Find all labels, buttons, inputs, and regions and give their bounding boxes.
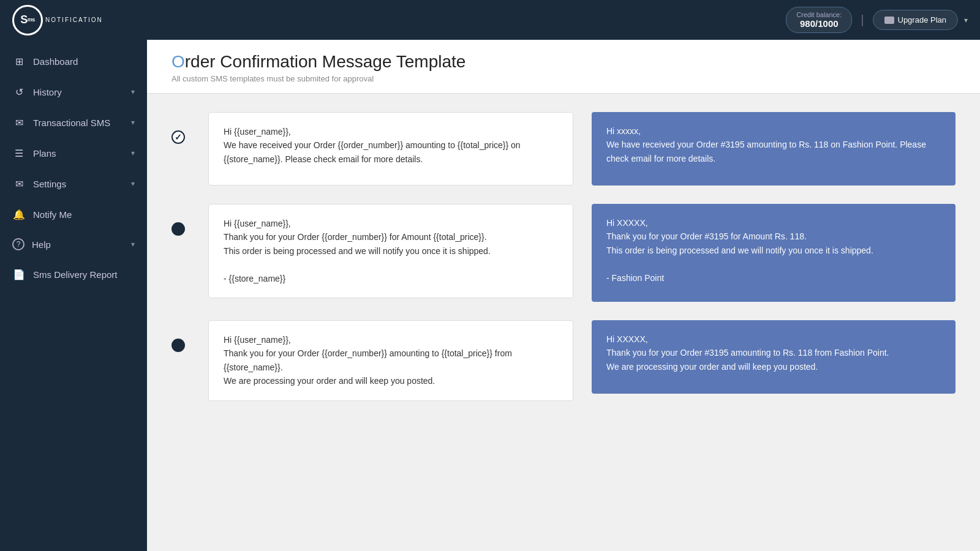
content-header: Order Confirmation Message Template All … (147, 40, 980, 94)
template-row-2: Hi {{user_name}},Thank you for your Orde… (172, 204, 956, 302)
sidebar-item-dashboard[interactable]: ⊞ Dashboard (0, 46, 147, 77)
template-row-1: Hi {{user_name}},We have received your O… (172, 112, 956, 186)
logo-area: Sms NOTIFICATION (12, 5, 103, 36)
radio-col-2 (172, 204, 190, 236)
template-radio-3[interactable] (172, 339, 185, 352)
history-icon: ↺ (12, 85, 26, 99)
page-title-rest: rder Confirmation Message Template (185, 52, 466, 71)
top-header: Sms NOTIFICATION Credit balance: 980/100… (0, 0, 980, 40)
template-text-1: Hi {{user_name}},We have received your O… (224, 127, 521, 164)
sidebar-label-notify-me: Notify Me (33, 209, 72, 220)
sidebar-label-transactional-sms: Transactional SMS (33, 118, 110, 128)
sidebar-label-settings: Settings (33, 179, 66, 189)
template-preview-text-3: Hi XXXXX,Thank you for your Order #3195 … (606, 334, 889, 372)
radio-col-3 (172, 320, 190, 352)
template-preview-text-2: Hi XXXXX,Thank you for your Order #3195 … (606, 218, 873, 283)
sidebar-label-help: Help (32, 239, 51, 250)
templates-container: Hi {{user_name}},We have received your O… (147, 94, 980, 551)
sidebar-item-notify-me[interactable]: 🔔 Notify Me (0, 199, 147, 230)
content-area: Order Confirmation Message Template All … (147, 40, 980, 551)
page-subtitle: All custom SMS templates must be submite… (172, 74, 956, 83)
sidebar-item-settings[interactable]: ✉ Settings ▾ (0, 168, 147, 199)
sidebar-item-transactional-sms[interactable]: ✉ Transactional SMS ▾ (0, 107, 147, 138)
sidebar-item-sms-delivery-report[interactable]: 📄 Sms Delivery Report (0, 259, 147, 290)
logo-text: NOTIFICATION (45, 17, 103, 23)
page-title: Order Confirmation Message Template (172, 52, 956, 72)
template-preview-box-3: Hi XXXXX,Thank you for your Order #3195 … (592, 320, 956, 394)
template-text-2: Hi {{user_name}},Thank you for your Orde… (224, 219, 491, 283)
page-title-first-letter: O (172, 52, 185, 71)
credit-label: Credit balance: (796, 11, 842, 18)
help-icon: ? (12, 238, 24, 250)
header-caret-icon[interactable]: ▾ (964, 16, 968, 24)
credit-amount: 980/1000 (796, 18, 842, 29)
plans-icon: ☰ (12, 146, 26, 160)
template-radio-1[interactable] (172, 130, 185, 144)
transactional-sms-caret-icon: ▾ (131, 118, 135, 127)
template-radio-2[interactable] (172, 222, 185, 236)
card-icon (884, 17, 894, 24)
template-text-box-1[interactable]: Hi {{user_name}},We have received your O… (208, 112, 573, 186)
header-right: Credit balance: 980/1000 | Upgrade Plan … (786, 7, 968, 33)
sidebar-item-help[interactable]: ? Help ▾ (0, 230, 147, 259)
template-preview-box-2: Hi XXXXX,Thank you for your Order #3195 … (592, 204, 956, 302)
template-text-box-3[interactable]: Hi {{user_name}},Thank you for your Orde… (208, 320, 573, 401)
upgrade-plan-button[interactable]: Upgrade Plan (873, 10, 959, 30)
radio-col-1 (172, 112, 190, 144)
help-caret-icon: ▾ (131, 240, 135, 249)
sidebar-label-plans: Plans (33, 148, 56, 159)
credit-badge: Credit balance: 980/1000 (786, 7, 852, 33)
template-preview-box-1: Hi xxxxx,We have received your Order #31… (592, 112, 956, 186)
upgrade-label: Upgrade Plan (898, 15, 947, 24)
transactional-sms-icon: ✉ (12, 116, 26, 129)
history-caret-icon: ▾ (131, 88, 135, 96)
template-text-box-2[interactable]: Hi {{user_name}},Thank you for your Orde… (208, 204, 573, 298)
notify-me-icon: 🔔 (12, 208, 26, 221)
plans-caret-icon: ▾ (131, 149, 135, 157)
template-preview-text-1: Hi xxxxx,We have received your Order #31… (606, 126, 926, 163)
settings-icon: ✉ (12, 177, 26, 190)
sidebar-label-dashboard: Dashboard (33, 56, 78, 67)
sidebar-item-plans[interactable]: ☰ Plans ▾ (0, 138, 147, 168)
template-row-3: Hi {{user_name}},Thank you for your Orde… (172, 320, 956, 401)
sidebar-label-sms-delivery-report: Sms Delivery Report (33, 269, 118, 280)
logo-icon: Sms (12, 5, 43, 36)
main-layout: ⊞ Dashboard ↺ History ▾ ✉ Transactional … (0, 40, 980, 551)
sidebar: ⊞ Dashboard ↺ History ▾ ✉ Transactional … (0, 40, 147, 551)
settings-caret-icon: ▾ (131, 179, 135, 188)
sidebar-label-history: History (33, 87, 62, 97)
dashboard-icon: ⊞ (12, 54, 26, 68)
sms-delivery-report-icon: 📄 (12, 268, 26, 281)
template-text-3: Hi {{user_name}},Thank you for your Orde… (224, 335, 512, 386)
divider: | (858, 13, 866, 27)
sidebar-item-history[interactable]: ↺ History ▾ (0, 77, 147, 107)
